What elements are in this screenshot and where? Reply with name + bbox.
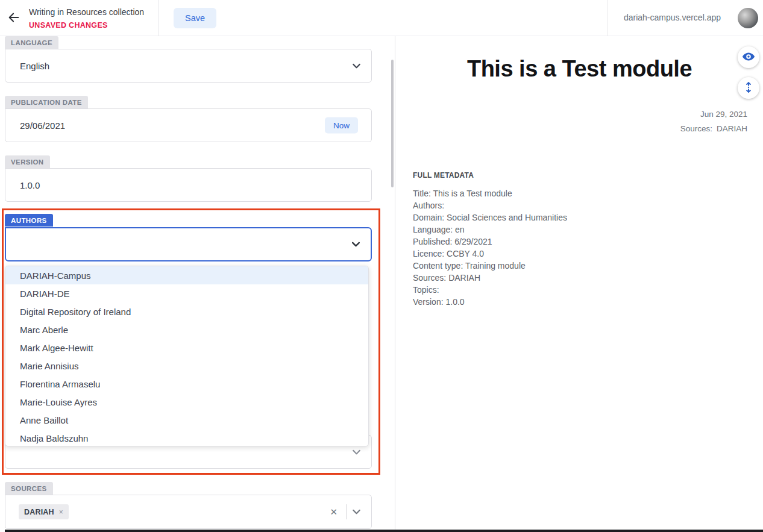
authors-option[interactable]: DARIAH-DE <box>5 284 368 302</box>
preview-meta-right: Jun 29, 2021 Sources:DARIAH <box>680 107 747 136</box>
authors-field-label: AUTHORS <box>5 214 53 227</box>
header-divider <box>158 0 159 36</box>
chevron-down-icon[interactable] <box>351 239 361 249</box>
authors-option-label: Nadja Baldszuhn <box>20 433 88 443</box>
preview-panel: This is a Test module Jun 29, 2021 Sourc… <box>396 36 763 532</box>
back-arrow-icon <box>7 11 20 27</box>
authors-option-label: Marc Aberle <box>20 325 68 335</box>
metadata-line: Version: 1.0.0 <box>413 296 567 308</box>
full-metadata-heading: FULL METADATA <box>413 171 567 180</box>
language-value: English <box>20 61 49 71</box>
metadata-line: Sources: DARIAH <box>413 272 567 284</box>
metadata-lines: Title: This is a Test module Authors: Do… <box>413 187 567 308</box>
authors-option-label: Marie Annisius <box>20 361 79 371</box>
authors-option[interactable]: Digital Repository of Ireland <box>5 302 368 321</box>
authors-option-label: Mark Algee-Hewitt <box>20 343 93 353</box>
metadata-line: Domain: Social Sciences and Humanities <box>413 211 567 224</box>
chevron-down-icon[interactable] <box>351 447 362 457</box>
version-value: 1.0.0 <box>20 180 40 190</box>
editor-form-panel: LANGUAGE English PUBLICATION DATE 29/06/… <box>0 36 395 532</box>
metadata-line: Licence: CCBY 4.0 <box>413 248 567 260</box>
preview-sources-line: Sources:DARIAH <box>680 122 747 136</box>
unsaved-changes-badge: UNSAVED CHANGES <box>29 21 108 30</box>
authors-option-label: Digital Repository of Ireland <box>20 307 131 317</box>
authors-option[interactable]: Marie-Louise Ayres <box>5 393 368 411</box>
eye-icon <box>742 50 755 65</box>
authors-options-dropdown: DARIAH-Campus DARIAH-DE Digital Reposito… <box>5 266 369 446</box>
publication-date-input[interactable]: 29/06/2021 Now <box>5 108 372 142</box>
version-field-label: VERSION <box>5 155 50 168</box>
breadcrumb[interactable]: Writing in Resources collection <box>29 7 144 17</box>
toggle-preview-button[interactable] <box>738 46 759 68</box>
top-bar: Writing in Resources collection UNSAVED … <box>0 0 763 36</box>
authors-option[interactable]: Nadja Baldszuhn <box>5 429 368 446</box>
authors-option[interactable]: Anne Baillot <box>5 411 368 429</box>
sources-select[interactable]: DARIAH × ✕ <box>5 495 372 529</box>
language-field-label: LANGUAGE <box>5 36 58 49</box>
preview-title: This is a Test module <box>396 56 763 82</box>
preview-date: Jun 29, 2021 <box>680 107 747 122</box>
authors-option-label: Anne Baillot <box>20 415 68 425</box>
authors-option-label: DARIAH-DE <box>20 289 70 299</box>
authors-option-label: DARIAH-Campus <box>20 271 91 281</box>
chevron-down-icon[interactable] <box>351 61 362 71</box>
authors-option[interactable]: Florentina Armaselu <box>5 375 368 393</box>
now-button[interactable]: Now <box>325 117 358 134</box>
scroll-sync-button[interactable] <box>738 77 759 99</box>
source-tag-chip[interactable]: DARIAH × <box>19 504 69 519</box>
publication-date-field-label: PUBLICATION DATE <box>5 96 88 108</box>
source-tag-label: DARIAH <box>24 508 54 516</box>
metadata-line: Authors: <box>413 199 567 211</box>
avatar[interactable] <box>738 8 758 28</box>
preview-sources-value: DARIAH <box>717 124 747 133</box>
metadata-line: Topics: <box>413 284 567 296</box>
header-divider <box>608 0 608 36</box>
up-down-arrows-icon <box>743 81 755 95</box>
clear-all-icon[interactable]: ✕ <box>326 507 341 518</box>
back-button[interactable] <box>6 11 22 27</box>
publication-date-value: 29/06/2021 <box>20 120 65 131</box>
sources-field-label: SOURCES <box>5 482 53 495</box>
metadata-line: Title: This is a Test module <box>413 187 567 199</box>
authors-option[interactable]: Marc Aberle <box>5 321 368 339</box>
metadata-line: Language: en <box>413 224 567 236</box>
version-input[interactable]: 1.0.0 <box>5 168 372 202</box>
language-select[interactable]: English <box>5 49 372 83</box>
bottom-divider-bar <box>5 530 763 532</box>
authors-option-label: Florentina Armaselu <box>20 379 100 389</box>
authors-option[interactable]: DARIAH-Campus <box>5 266 368 284</box>
authors-option-label: Marie-Louise Ayres <box>20 397 97 407</box>
site-link[interactable]: dariah-campus.vercel.app <box>624 13 721 22</box>
authors-option[interactable]: Mark Algee-Hewitt <box>5 339 368 357</box>
metadata-line: Content type: Training module <box>413 260 567 272</box>
authors-select[interactable] <box>5 227 372 261</box>
dropdown-scrollbar[interactable] <box>391 60 394 187</box>
remove-tag-icon[interactable]: × <box>59 508 63 516</box>
metadata-line: Published: 6/29/2021 <box>413 236 567 248</box>
authors-option[interactable]: Marie Annisius <box>5 357 368 375</box>
app-window: Writing in Resources collection UNSAVED … <box>0 0 763 532</box>
full-metadata-block: FULL METADATA Title: This is a Test modu… <box>413 171 567 308</box>
chevron-down-icon[interactable] <box>351 507 362 517</box>
save-button[interactable]: Save <box>174 8 216 28</box>
preview-sources-label: Sources: <box>680 124 712 133</box>
control-divider <box>346 504 347 519</box>
